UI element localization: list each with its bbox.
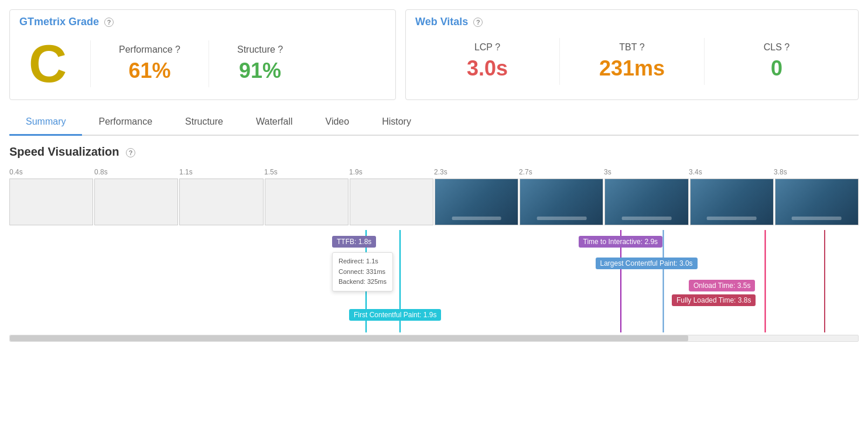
tooltip-backend: Backend: 325ms xyxy=(339,277,387,287)
frame-7 xyxy=(604,179,688,225)
lcp-value: 3.0s xyxy=(422,56,552,81)
screenshot-8 xyxy=(691,179,773,225)
tbt-label-text: TBT xyxy=(619,42,637,52)
webvitals-title: Web Vitals ? xyxy=(406,10,858,32)
viz-container[interactable]: 0.4s 0.8s 1.1s 1.5s 1.9s 2.3s 2.7s 3s 3.… xyxy=(9,168,859,344)
tab-history[interactable]: History xyxy=(365,109,428,136)
lcp-label: LCP ? xyxy=(422,42,552,53)
grade-letter: C xyxy=(19,37,76,90)
frame-1 xyxy=(94,179,178,225)
speed-viz-title: Speed Visualization ? xyxy=(9,145,859,159)
ttfb-tooltip: Redirect: 1.1s Connect: 331ms Backend: 3… xyxy=(332,252,393,291)
performance-label-text: Performance xyxy=(119,44,173,54)
lcp-help-icon[interactable]: ? xyxy=(495,42,500,52)
structure-metric: Structure ? 91% xyxy=(223,44,297,83)
tbt-label: TBT ? xyxy=(567,42,697,53)
lcp-label: Largest Contentful Paint: 3.0s xyxy=(596,258,698,269)
cls-value: 0 xyxy=(712,56,842,81)
tbt-metric: TBT ? 231ms xyxy=(560,37,704,85)
webvitals-title-text: Web Vitals xyxy=(415,16,468,28)
performance-metric: Performance ? 61% xyxy=(105,44,194,83)
tl-1: 0.8s xyxy=(94,168,179,176)
webvitals-body: LCP ? 3.0s TBT ? 231ms CLS ? 0 xyxy=(406,32,858,95)
structure-label-text: Structure xyxy=(237,44,275,54)
gtmetrix-help-icon[interactable]: ? xyxy=(104,18,114,27)
horizontal-scrollbar[interactable] xyxy=(9,335,859,342)
fcp-label: First Contentful Paint: 1.9s xyxy=(349,309,441,321)
frame-2 xyxy=(179,179,263,225)
gtmetrix-panel: GTmetrix Grade ? C Performance ? 61% Str… xyxy=(9,9,396,100)
top-panels: GTmetrix Grade ? C Performance ? 61% Str… xyxy=(0,0,868,105)
cls-metric: CLS ? 0 xyxy=(705,37,849,85)
frame-8 xyxy=(690,179,774,225)
tab-video[interactable]: Video xyxy=(309,109,366,136)
timeline-labels: 0.4s 0.8s 1.1s 1.5s 1.9s 2.3s 2.7s 3s 3.… xyxy=(9,168,859,176)
tab-structure[interactable]: Structure xyxy=(169,109,240,136)
structure-value: 91% xyxy=(237,59,283,83)
structure-help-icon[interactable]: ? xyxy=(278,44,283,54)
markers-area: TTFB: 1.8s Redirect: 1.1s Connect: 331ms… xyxy=(9,230,859,332)
gtmetrix-body: C Performance ? 61% Structure ? 91% xyxy=(10,32,395,99)
tl-4: 1.9s xyxy=(349,168,434,176)
screenshot-9 xyxy=(775,179,858,225)
scrollbar-thumb xyxy=(10,335,688,341)
tbt-help-icon[interactable]: ? xyxy=(640,42,645,52)
tl-7: 3s xyxy=(604,168,689,176)
tl-6: 2.7s xyxy=(519,168,604,176)
gtmetrix-title-text: GTmetrix Grade xyxy=(19,16,99,28)
frame-0 xyxy=(9,179,93,225)
gtmetrix-title: GTmetrix Grade ? xyxy=(10,10,395,32)
content-area: Speed Visualization ? 0.4s 0.8s 1.1s 1.5… xyxy=(0,136,868,344)
tl-3: 1.5s xyxy=(264,168,349,176)
tl-5: 2.3s xyxy=(434,168,519,176)
frames-row xyxy=(9,179,859,225)
frame-5 xyxy=(435,179,518,225)
tab-waterfall[interactable]: Waterfall xyxy=(240,109,309,136)
divider2 xyxy=(209,40,209,87)
divider xyxy=(90,40,91,87)
webvitals-help-icon[interactable]: ? xyxy=(473,18,483,27)
performance-value: 61% xyxy=(119,59,180,83)
onload-label: Onload Time: 3.5s xyxy=(689,280,755,291)
tab-summary[interactable]: Summary xyxy=(9,109,82,136)
performance-label: Performance ? xyxy=(119,44,180,55)
tl-9: 3.8s xyxy=(774,168,859,176)
frame-3 xyxy=(265,179,348,225)
cls-help-icon[interactable]: ? xyxy=(784,42,790,52)
tl-8: 3.4s xyxy=(689,168,774,176)
frame-6 xyxy=(520,179,603,225)
cls-label: CLS ? xyxy=(712,42,842,53)
tl-0: 0.4s xyxy=(9,168,94,176)
tabs-container: Summary Performance Structure Waterfall … xyxy=(0,109,868,136)
flt-label: Fully Loaded Time: 3.8s xyxy=(672,294,756,306)
tti-label: Time to Interactive: 2.9s xyxy=(579,236,663,248)
frame-4 xyxy=(350,179,433,225)
screenshot-7 xyxy=(605,179,688,225)
speed-viz-title-text: Speed Visualization xyxy=(9,145,119,158)
tl-2: 1.1s xyxy=(179,168,264,176)
tooltip-connect: Connect: 331ms xyxy=(339,267,387,277)
frame-9 xyxy=(775,179,859,225)
speed-viz-help-icon[interactable]: ? xyxy=(126,148,135,157)
lcp-label-text: LCP xyxy=(474,42,493,52)
webvitals-panel: Web Vitals ? LCP ? 3.0s TBT ? 231ms xyxy=(405,9,859,100)
tab-performance[interactable]: Performance xyxy=(82,109,169,136)
lcp-metric: LCP ? 3.0s xyxy=(415,37,559,85)
performance-help-icon[interactable]: ? xyxy=(175,44,180,54)
cls-label-text: CLS xyxy=(764,42,782,52)
structure-label: Structure ? xyxy=(237,44,283,55)
tbt-value: 231ms xyxy=(567,56,697,81)
screenshot-6 xyxy=(520,179,603,225)
tooltip-redirect: Redirect: 1.1s xyxy=(339,256,387,267)
tabs: Summary Performance Structure Waterfall … xyxy=(9,109,859,136)
screenshot-5 xyxy=(435,179,518,225)
ttfb-label: TTFB: 1.8s xyxy=(332,236,376,248)
